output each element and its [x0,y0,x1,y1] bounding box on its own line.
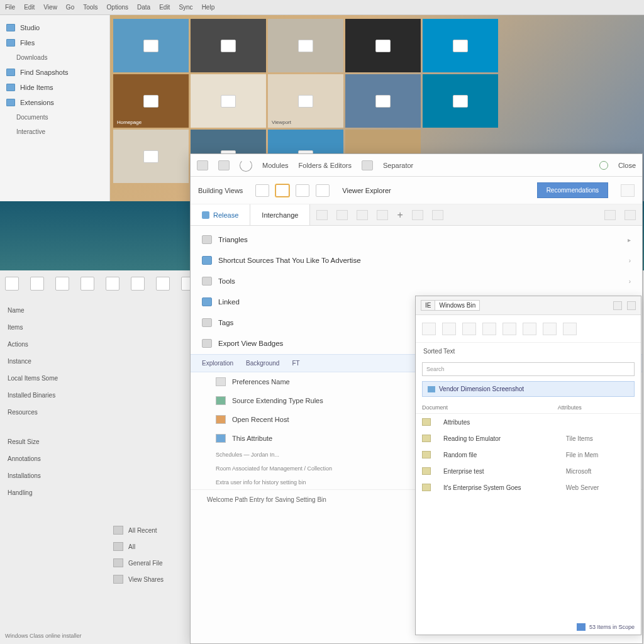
table-row[interactable]: Enterprise testMicrosoft [416,463,641,479]
item-icon [216,377,226,386]
tool-icon[interactable] [156,277,170,291]
menu-data[interactable]: Data [137,4,150,11]
refresh-icon[interactable] [240,159,252,172]
tool-icon[interactable] [462,323,476,335]
tab-icon [202,211,209,219]
window-titlebar[interactable]: Modules Folders & Editors Separator Clos… [191,154,642,177]
tool-icon[interactable] [80,277,94,291]
tile[interactable] [345,19,421,72]
view-icon-selected[interactable] [275,184,289,197]
tab-icon[interactable] [357,210,368,220]
tile[interactable] [191,19,266,72]
tile[interactable] [268,19,343,72]
tab-interchange[interactable]: Interchange [250,204,310,225]
sidebar-item-interactive[interactable]: Interactive [4,125,106,139]
search-input[interactable]: Search [422,362,635,376]
view-icon[interactable] [296,184,309,197]
item-icon [202,235,212,244]
table-row[interactable]: Random fileFile in Mem [416,447,641,463]
col-header[interactable]: Document [422,404,545,411]
folder-icon [6,99,15,106]
sec-tab[interactable]: IE [421,301,435,310]
tab-icon[interactable] [412,210,423,220]
titlebar-item[interactable]: Folders & Editors [299,162,352,169]
tab-icon[interactable] [625,210,636,220]
sidebar-item-files[interactable]: Files [4,35,106,50]
tab-icon[interactable] [377,210,388,220]
tool-icon[interactable] [543,323,557,335]
tile[interactable] [191,74,266,128]
sidebar-item-ext[interactable]: Extensions [4,95,106,110]
tool-icon[interactable] [30,277,44,291]
list-item[interactable]: Shortcut Sources That You Like To Advert… [191,250,642,271]
tile[interactable] [423,19,498,72]
tab-icon[interactable] [336,210,348,220]
menu-file[interactable]: File [5,4,15,11]
menu-sync[interactable]: Sync [179,4,192,11]
tool-icon[interactable] [422,323,436,335]
tool-icon[interactable] [563,323,577,335]
titlebar-item[interactable]: Close [618,162,636,169]
tool-icon[interactable] [482,323,496,335]
list-item[interactable]: General File [112,555,194,571]
menu-tools[interactable]: Tools [83,4,97,11]
titlebar-item[interactable]: Separator [383,162,413,169]
table-row[interactable]: Reading to EmulatorTile Items [416,430,641,447]
tile[interactable] [423,74,498,128]
tool-icon[interactable] [442,323,456,335]
menu-edit[interactable]: Edit [24,4,35,11]
menu-options[interactable]: Options [107,4,128,11]
tab-release[interactable]: Release [191,204,250,225]
lower-col2: All Recent All General File View Shares [112,522,194,587]
tool-icon[interactable] [523,323,536,335]
menu-help[interactable]: Help [202,4,215,11]
view-icon[interactable] [316,184,330,197]
column-headers: Document Attributes [416,402,641,414]
chevron-icon: › [629,278,631,285]
col-header[interactable]: Attributes [558,404,635,411]
tab-icon[interactable] [432,210,443,220]
menu-view[interactable]: View [43,4,57,11]
list-item[interactable]: Triangles▸ [191,230,642,250]
tool-icon[interactable] [106,277,119,291]
menu-go[interactable]: Go [66,4,74,11]
list-item[interactable]: All [112,538,194,555]
tab-icon[interactable] [316,210,328,220]
settings-icon[interactable] [621,184,635,197]
table-row[interactable]: It's Enterprise System GoesWeb Server [416,479,641,496]
tile[interactable] [113,19,189,72]
tab-icon[interactable] [604,210,616,220]
app-icon [453,40,468,52]
view-icon[interactable] [255,184,269,197]
tool-icon[interactable] [55,277,69,291]
sec-tab[interactable]: Windows Bin [435,301,479,310]
tile[interactable] [345,74,421,128]
recommendations-button[interactable]: Recommendations [537,182,608,198]
table-row[interactable]: Attributes [416,414,641,430]
selected-row[interactable]: Vendor Dimension Screenshot [422,381,635,397]
titlebar-item[interactable]: Modules [262,162,289,169]
col-header[interactable]: FT [292,360,299,367]
list-item[interactable]: All Recent [112,522,194,538]
tool-icon[interactable] [502,323,516,335]
tool-icon[interactable] [613,301,622,310]
tile[interactable] [113,130,189,183]
menu-edit2[interactable]: Edit [159,4,170,11]
sidebar-item-studio[interactable]: Studio [4,20,106,35]
tile[interactable]: Homepage [113,74,189,128]
col-header[interactable]: Exploration [202,360,233,367]
tool-icon[interactable] [5,277,19,291]
col-header[interactable]: Background [246,360,279,367]
sidebar-item-snapshots[interactable]: Find Snapshots [4,65,106,80]
list-item[interactable]: View Shares [112,571,194,587]
sidebar-item-hide[interactable]: Hide Items [4,80,106,95]
sidebar-item-docs[interactable]: Documents [4,110,106,125]
folder-icon [202,297,212,306]
sec-titlebar[interactable]: IE Windows Bin [416,296,641,315]
list-item[interactable]: Tools› [191,271,642,292]
tile[interactable]: Viewport [268,74,343,128]
tool-icon[interactable] [131,277,145,291]
tool-icon[interactable] [627,301,636,310]
sidebar-item-downloads[interactable]: Downloads [4,50,106,65]
add-tab-icon[interactable]: + [397,209,402,221]
